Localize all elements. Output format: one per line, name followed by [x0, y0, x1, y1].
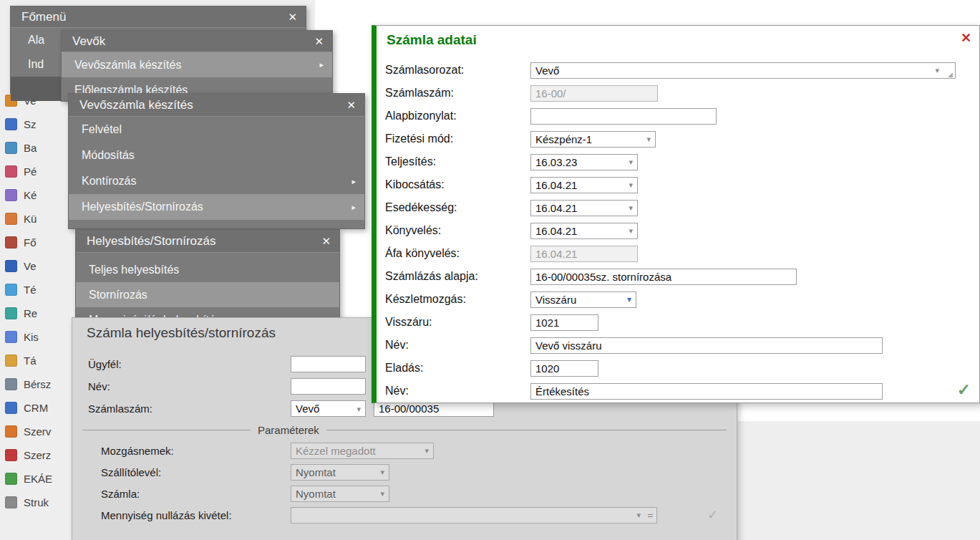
field-label: Számlaszám: [88, 402, 291, 415]
sidebar-item-label: CRM [24, 402, 79, 414]
equals-icon[interactable]: = [647, 510, 653, 521]
field-row: Számlázás alapja: 16-00/00035sz. stornír… [377, 265, 979, 288]
module-icon [5, 402, 17, 414]
field-row: Visszáru: 1021 [377, 311, 979, 334]
menu-item-modositas[interactable]: Módosítás [69, 143, 364, 168]
close-icon[interactable]: ✕ [288, 11, 297, 24]
field-row: Szállítólevél: Nyomtat ▾ [72, 461, 737, 483]
sidebar-item[interactable]: Sz [0, 112, 79, 136]
chevron-down-icon[interactable]: ▾ [629, 158, 633, 167]
confirm-check-icon-disabled: ✓ [707, 507, 718, 523]
vevoszamla-titlebar[interactable]: Vevőszámla készítés ✕ [69, 94, 364, 117]
window-title: Vevők [72, 34, 105, 49]
fomenu-titlebar[interactable]: Főmenü ✕ [11, 6, 306, 28]
sidebar-item[interactable]: Tá [0, 349, 79, 372]
sidebar-item[interactable]: Kis [0, 325, 79, 349]
ugyfel-field[interactable] [291, 356, 366, 372]
szamlasorozat-combo[interactable]: Vevő ▾ ◢ [530, 62, 956, 79]
field-row: Számla: Nyomtat ▾ [72, 483, 737, 504]
sidebar-item[interactable]: Szerz [0, 443, 79, 467]
chevron-down-icon[interactable]: ▾ [629, 226, 633, 236]
szamlaszam-field: 16-00/ [530, 85, 658, 102]
chevron-down-icon[interactable]: ▾ [935, 66, 939, 75]
menu-item-helyesbites-stornirozas[interactable]: Helyesbítés/Stornírozás ▸ [69, 194, 364, 220]
keszletmozgas-combo[interactable]: Visszáru ▾ [530, 291, 636, 308]
field-label: Kibocsátás: [385, 178, 530, 191]
field-label: Mennyiség nullázás kivétel: [101, 509, 291, 521]
menu-item-label: Ind [28, 58, 44, 71]
chevron-down-icon[interactable]: ▾ [356, 404, 361, 413]
resize-grip-icon[interactable]: ◢ [948, 71, 953, 78]
vevoszamla-menu-window: Vevőszámla készítés ✕ Felvétel Módosítás… [68, 93, 365, 229]
parameters-separator: Paraméterek [72, 420, 737, 440]
chevron-down-icon[interactable]: ▾ [380, 489, 384, 498]
sidebar-item[interactable]: Ve [0, 254, 79, 278]
alapbizonylat-field[interactable] [530, 108, 717, 125]
sidebar-item-label: Fő [24, 236, 79, 249]
menu-item-kontirozas[interactable]: Kontírozás ▸ [69, 168, 364, 194]
module-icon [5, 496, 17, 508]
module-icon [5, 236, 17, 249]
sidebar-item[interactable]: Ba [0, 136, 79, 160]
helyesbites-titlebar[interactable]: Helyesbítés/Stornírozás ✕ [76, 230, 339, 253]
menu-item-felvetel[interactable]: Felvétel [69, 117, 364, 143]
szallitolevel-combo[interactable]: Nyomtat ▾ [291, 464, 389, 481]
field-row: Kibocsátás: 16.04.21 ▾ [377, 173, 979, 196]
nev-field[interactable] [291, 378, 366, 395]
confirm-check-icon[interactable]: ✓ [957, 380, 971, 400]
sidebar-item[interactable]: Té [0, 278, 79, 302]
menu-item-vevoszamla-keszites[interactable]: Vevőszámla készítés ▸ [62, 52, 332, 77]
module-icon [5, 118, 17, 130]
window-title: Helyesbítés/Stornírozás [87, 234, 215, 249]
sidebar-item-label: Szerz [24, 449, 79, 461]
chevron-down-icon[interactable]: ▾ [380, 468, 384, 477]
close-icon[interactable]: ✕ [314, 35, 324, 48]
sidebar-item-label: Kis [24, 331, 79, 343]
menu-item-teljes-helyesbites[interactable]: Teljes helyesbítés [76, 257, 339, 282]
chevron-down-icon[interactable]: ▾ [629, 180, 633, 190]
close-icon[interactable]: ✕ [961, 30, 971, 46]
submenu-arrow-icon: ▸ [351, 177, 356, 186]
eladas-field[interactable]: 1020 [530, 360, 598, 377]
field-label: Szállítólevél: [101, 466, 291, 478]
esedekesseg-date-combo[interactable]: 16.04.21 ▾ [530, 200, 638, 216]
sidebar-item-label: Bérsz [24, 378, 79, 390]
sidebar-item[interactable]: Bérsz [0, 372, 79, 396]
szamlaszam-type-combo[interactable]: Vevő ▾ [291, 400, 366, 417]
mennyiseg-nullazas-combo[interactable]: ▾ = [291, 507, 657, 524]
visszaru-field[interactable]: 1021 [530, 314, 598, 331]
sidebar-item-label: Szerv [24, 425, 79, 438]
visszaru-nev-field[interactable]: Vevő visszáru [530, 337, 883, 354]
field-label: Áfa könyvelés: [385, 247, 530, 260]
sidebar-item[interactable]: Szerv [0, 420, 79, 443]
konyveles-date-combo[interactable]: 16.04.21 ▾ [530, 223, 638, 239]
sidebar-item[interactable]: CRM [0, 396, 79, 420]
teljesites-date-combo[interactable]: 16.03.23 ▾ [530, 154, 638, 170]
field-row: Teljesítés: 16.03.23 ▾ [377, 150, 979, 173]
field-row: Számlasorozat: Vevő ▾ ◢ [377, 59, 979, 82]
menu-item-label: Teljes helyesbítés [89, 264, 179, 276]
chevron-down-icon[interactable]: ▾ [629, 203, 633, 213]
kibocsatas-date-combo[interactable]: 16.04.21 ▾ [530, 177, 638, 193]
sidebar-item[interactable]: Pé [0, 160, 79, 183]
sidebar-item-label: EKÁE [24, 473, 79, 485]
sidebar-item[interactable]: Re [0, 302, 79, 325]
chevron-down-icon[interactable]: ▾ [627, 294, 631, 304]
sidebar-item[interactable]: Struk [0, 491, 79, 514]
close-icon[interactable]: ✕ [321, 235, 331, 248]
sidebar-item[interactable]: Ké [0, 183, 79, 207]
sidebar-item[interactable]: EKÁE [0, 467, 79, 491]
fizetesi-mod-combo[interactable]: Készpénz-1 ▾ [530, 131, 656, 148]
chevron-down-icon[interactable]: ▾ [646, 135, 651, 144]
sidebar-item-label: Re [24, 307, 79, 319]
vevok-titlebar[interactable]: Vevők ✕ [62, 31, 332, 52]
sidebar-item[interactable]: Fő [0, 231, 79, 254]
sidebar-item[interactable]: Kü [0, 207, 79, 231]
menu-item-label: Felvétel [82, 123, 122, 136]
menu-item-stornirozas[interactable]: Stornírozás [76, 282, 339, 307]
eladas-nev-field[interactable]: Értékesítés [530, 383, 883, 400]
chevron-down-icon[interactable]: ▾ [636, 511, 641, 520]
szamla-combo[interactable]: Nyomtat ▾ [291, 486, 389, 502]
close-icon[interactable]: ✕ [346, 99, 356, 112]
szamlazas-alapja-field[interactable]: 16-00/00035sz. stornírozása [530, 269, 797, 285]
